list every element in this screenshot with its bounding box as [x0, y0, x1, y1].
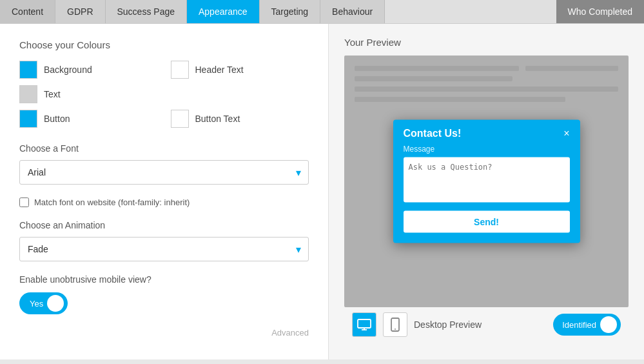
preview-title: Your Preview — [344, 37, 629, 48]
top-nav: Content GDPR Success Page Appearance Tar… — [0, 0, 644, 24]
preview-modal: Contact Us! × Message Send! — [393, 120, 580, 243]
animation-select-wrapper: Fade Slide Bounce None ▾ — [19, 237, 309, 261]
main-content: Choose your Colours Background Header Te… — [0, 24, 644, 359]
mobile-section: Enable unobtrusive mobile view? Yes — [19, 274, 309, 314]
identified-circle — [600, 316, 617, 333]
svg-rect-0 — [358, 319, 371, 328]
header-text-label: Header Text — [195, 65, 244, 75]
tab-gdpr[interactable]: GDPR — [55, 0, 105, 23]
bg-line — [355, 66, 519, 71]
bg-line — [525, 66, 618, 71]
button-text-label: Button Text — [195, 114, 240, 124]
font-title: Choose a Font — [19, 143, 309, 154]
mobile-toggle-container: Yes — [19, 292, 309, 314]
inherit-font-checkbox[interactable] — [19, 197, 29, 207]
mobile-toggle[interactable]: Yes — [19, 292, 68, 314]
advanced-link-container: Advanced — [19, 327, 309, 338]
bg-line — [355, 76, 512, 81]
nav-spacer — [385, 0, 556, 23]
button-text-swatch[interactable] — [171, 110, 189, 128]
modal-close-icon[interactable]: × — [563, 128, 569, 139]
color-item-background: Background — [19, 61, 158, 79]
modal-send-button[interactable]: Send! — [404, 211, 570, 233]
desktop-preview-label: Desktop Preview — [414, 319, 547, 330]
background-swatch[interactable] — [19, 61, 37, 79]
font-select-wrapper: Arial Georgia Times New Roman Verdana ▾ — [19, 160, 309, 185]
bg-line — [355, 97, 565, 102]
left-panel: Choose your Colours Background Header Te… — [0, 24, 329, 359]
animation-section: Choose an Animation Fade Slide Bounce No… — [19, 220, 309, 261]
animation-title: Choose an Animation — [19, 220, 309, 230]
toggle-circle — [47, 295, 64, 312]
color-item-button: Button — [19, 110, 158, 128]
color-item-header-text: Header Text — [171, 61, 309, 79]
tab-behaviour[interactable]: Behaviour — [320, 0, 385, 23]
inherit-font-row: Match font on website (font-family: inhe… — [19, 197, 309, 207]
desktop-icon[interactable] — [352, 312, 376, 337]
color-item-text: Text — [19, 85, 158, 103]
font-section: Choose a Font Arial Georgia Times New Ro… — [19, 143, 309, 185]
tab-appearance[interactable]: Appearance — [187, 0, 260, 23]
colours-section-title: Choose your Colours — [19, 39, 309, 50]
modal-header: Contact Us! × — [393, 120, 580, 145]
advanced-link[interactable]: Advanced — [271, 328, 309, 338]
modal-body: Message Send! — [393, 145, 580, 243]
tab-who-completed[interactable]: Who Completed — [556, 0, 644, 23]
mobile-label: Enable unobtrusive mobile view? — [19, 274, 309, 285]
background-label: Background — [44, 65, 92, 75]
modal-textarea[interactable] — [404, 157, 570, 203]
text-label: Text — [44, 89, 61, 99]
button-swatch[interactable] — [19, 110, 37, 128]
bg-line — [355, 86, 618, 92]
inherit-font-label: Match font on website (font-family: inhe… — [34, 197, 190, 207]
animation-select[interactable]: Fade Slide Bounce None — [19, 237, 309, 261]
bottom-bar: Desktop Preview Identified — [344, 307, 629, 342]
text-swatch[interactable] — [19, 85, 37, 103]
right-panel: Your Preview Contact Us! × M — [329, 24, 644, 359]
modal-field-label: Message — [404, 145, 570, 154]
tab-content[interactable]: Content — [0, 0, 55, 23]
bg-lines — [344, 56, 629, 117]
font-select[interactable]: Arial Georgia Times New Roman Verdana — [19, 160, 309, 185]
button-label: Button — [44, 114, 70, 124]
preview-area: Contact Us! × Message Send! — [344, 56, 629, 307]
mobile-icon[interactable] — [383, 312, 407, 337]
color-item-button-text: Button Text — [171, 110, 309, 128]
modal-title: Contact Us! — [404, 128, 462, 139]
color-grid: Background Header Text Text Button Butto… — [19, 61, 309, 128]
identified-toggle[interactable]: Identified — [553, 314, 621, 336]
tab-targeting[interactable]: Targeting — [260, 0, 321, 23]
svg-point-4 — [395, 329, 396, 330]
toggle-yes-label: Yes — [30, 299, 43, 308]
tab-success-page[interactable]: Success Page — [106, 0, 188, 23]
header-text-swatch[interactable] — [171, 61, 189, 79]
identified-label: Identified — [562, 320, 596, 330]
